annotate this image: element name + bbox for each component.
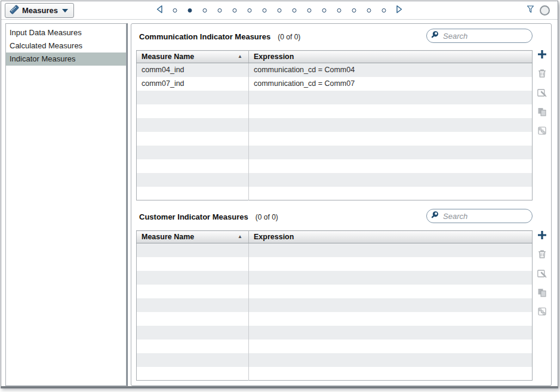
add-measure-button[interactable] [537,230,547,240]
delete-measure-button[interactable] [537,249,547,260]
table-row-empty [137,146,533,159]
table-row-empty [137,367,533,381]
measure-name-cell [137,91,249,104]
column-header-expression[interactable]: Expression [249,231,533,243]
pagination-dot-6[interactable] [248,8,252,13]
pagination-dot-7[interactable] [263,8,267,13]
search-input[interactable] [443,212,525,221]
measure-name-cell [137,118,249,132]
measure-name-cell [137,353,249,367]
customer-actions-toolbar [537,230,547,317]
pagination-dot-12[interactable] [337,8,341,13]
pagination-dot-4[interactable] [218,8,222,13]
customer-search-box [426,209,533,223]
edit-measure-button[interactable] [537,87,547,98]
sidebar-splitter[interactable] [127,23,128,386]
communication-search-box [426,29,533,43]
sidebar: Input Data Measures Calculated Measures … [5,23,127,386]
column-header-expression[interactable]: Expression [249,51,533,63]
chevron-down-icon [62,9,68,13]
expression-cell [249,132,533,146]
table-row[interactable]: comm04_indcommunication_cd = Comm04 [137,63,533,77]
expression-cell [249,118,533,132]
table-row-empty [137,159,533,173]
table-row-empty [137,173,533,187]
sort-ascending-icon: ▲ [238,54,242,59]
expression-cell [249,312,533,326]
sidebar-item-calculated-measures[interactable]: Calculated Measures [6,39,126,53]
measure-name-cell [137,132,249,146]
expression-cell [249,257,533,271]
sidebar-item-input-data-measures[interactable]: Input Data Measures [6,26,126,39]
add-measure-button[interactable] [537,49,547,60]
derive-measure-button[interactable] [537,125,547,136]
delete-measure-button[interactable] [537,68,547,79]
measure-name-cell [137,159,249,173]
measure-name-cell [137,173,249,187]
pagination-dot-1[interactable] [173,8,177,13]
pagination [156,1,404,20]
derive-measure-button[interactable] [537,306,547,317]
sidebar-item-indicator-measures[interactable]: Indicator Measures [6,53,126,66]
table-row-empty [137,104,533,118]
pagination-dots [173,8,386,13]
table-row-empty [137,118,533,132]
table-row-empty [137,187,533,200]
expression-cell [249,187,533,200]
column-header-measure-name[interactable]: Measure Name ▲ [137,51,249,63]
filter-icon[interactable] [527,5,534,16]
copy-measure-button[interactable] [537,106,547,117]
main-panel: Communication Indicator Measures (0 of 0… [131,23,552,386]
pagination-dot-9[interactable] [293,8,297,13]
measures-button-label: Measures [22,6,58,15]
measure-name-cell[interactable]: comm04_ind [137,63,249,77]
pagination-dot-5[interactable] [233,8,237,13]
expression-cell [249,271,533,285]
search-input[interactable] [443,32,525,41]
pagination-dot-15[interactable] [382,8,386,13]
expression-cell [249,298,533,312]
expression-cell[interactable]: communication_cd = Comm07 [249,77,533,91]
pagination-dot-3[interactable] [203,8,207,13]
ruler-icon [10,5,19,16]
copy-measure-button[interactable] [537,287,547,298]
expression-cell [249,367,533,381]
prev-page-arrow-icon[interactable] [156,5,164,16]
measure-name-cell[interactable]: comm07_ind [137,77,249,91]
section-title: Customer Indicator Measures [139,212,248,221]
expression-cell[interactable]: communication_cd = Comm04 [249,63,533,77]
table-row[interactable]: comm07_indcommunication_cd = Comm07 [137,77,533,91]
measure-name-cell [137,367,249,381]
next-page-arrow-icon[interactable] [396,5,404,16]
measures-menu-button[interactable]: Measures [5,3,74,18]
edit-measure-button[interactable] [537,268,547,279]
measure-name-cell [137,271,249,285]
app-window: Measures [1,1,558,387]
expression-cell [249,173,533,187]
communication-actions-toolbar [537,49,547,136]
search-icon [430,210,440,222]
expression-cell [249,159,533,173]
sort-ascending-icon: ▲ [238,234,242,239]
pagination-dot-11[interactable] [322,8,327,13]
status-circle [540,5,550,16]
section-title: Communication Indicator Measures [139,32,270,41]
pagination-dot-2[interactable] [188,8,192,13]
pagination-dot-13[interactable] [352,8,356,13]
expression-cell [249,91,533,104]
table-header-row: Measure Name ▲ Expression [137,231,533,243]
table-row-empty [137,298,533,312]
pagination-dot-8[interactable] [278,8,282,13]
expression-cell [249,326,533,339]
table-row-empty [137,326,533,339]
table-row-empty [137,257,533,271]
expression-cell [249,104,533,118]
table-header-row: Measure Name ▲ Expression [137,51,533,63]
pagination-dot-10[interactable] [307,8,312,13]
measure-name-cell [137,257,249,271]
measure-name-cell [137,326,249,339]
expression-cell [249,243,533,257]
table-row-empty [137,285,533,298]
pagination-dot-14[interactable] [367,8,371,13]
column-header-measure-name[interactable]: Measure Name ▲ [137,231,249,243]
